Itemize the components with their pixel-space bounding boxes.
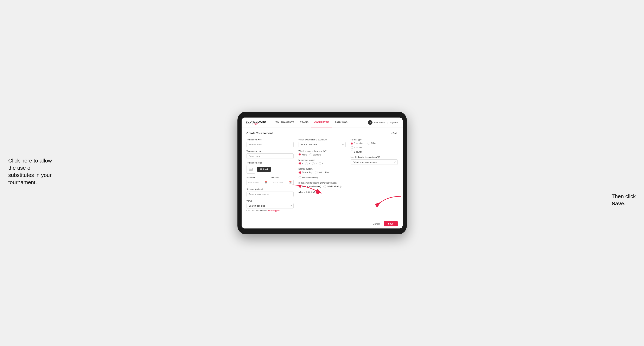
format-row-1: 5 count 4 Other [350,142,398,145]
gender-group: Which gender is the event for? Mens Wome… [298,150,346,156]
tournament-host-label: Tournament Host [246,139,294,141]
rounds-group: Number of rounds 1 2 [298,159,346,165]
gender-label: Which gender is the event for? [298,150,346,152]
gender-womens[interactable]: Womens [310,154,321,156]
scoring-label: Scoring system [298,168,346,170]
calendar-icon: 📅 [264,181,268,184]
email-support-link[interactable]: email support [268,209,280,212]
venue-select[interactable]: Search golf club [246,203,294,208]
svg-rect-2 [249,168,252,171]
rounds-radio-group: 1 2 3 [298,162,346,165]
scoring-match[interactable]: Match Play [315,171,329,174]
gender-womens-radio[interactable] [310,154,312,156]
scoring-radio-group: Stroke Play Match Play Medal Match Play [298,171,346,179]
sponsor-label: Sponsor (optional) [246,188,294,190]
venue-footer: Can't find your venue? email support [246,209,294,212]
format-group: Format type 5 count 4 Other [350,139,398,153]
tournament-host-group: Tournament Host [246,139,294,147]
format-6count4[interactable]: 6 count 4 [350,146,362,149]
division-select[interactable]: NCAA Division I [298,142,346,147]
end-date-label: End date [271,176,294,179]
venue-group: Venue Search golf club Can't find your v… [246,200,294,212]
nav-teams[interactable]: TEAMS [297,118,311,127]
gender-mens-radio[interactable] [298,154,301,156]
left-arrow [290,183,323,196]
logo-upload-row: Upload [246,165,294,173]
logo: SCOREBOARD Powered by clippd [246,120,266,125]
tournament-name-input[interactable] [246,154,294,159]
teams-individuals[interactable]: Individuals Only [323,185,342,188]
tournament-name-label: Tournament name [246,150,294,152]
scoring-stroke[interactable]: Stroke Play [298,171,312,174]
division-label: Which division is the event for? [298,139,346,141]
rounds-3[interactable]: 3 [312,162,317,165]
tournament-host-input[interactable] [246,142,294,147]
format-row-2: 6 count 4 [350,146,398,149]
date-row: Start date Pick a date 📅 End date Pick a… [246,176,294,185]
left-annotation: Click here to allow the use of substitut… [8,157,56,186]
navbar: SCOREBOARD Powered by clippd TOURNAMENTS… [242,118,403,127]
logo-placeholder [246,165,255,173]
rounds-2[interactable]: 2 [305,162,310,165]
nav-rankings[interactable]: RANKINGS [332,118,350,127]
form-col-1: Tournament Host Tournament name Tourname… [246,139,294,215]
rounds-4[interactable]: 4 [318,162,323,165]
format-5count4[interactable]: 5 count 4 [350,142,362,145]
tournament-logo-label: Tournament logo [246,162,294,164]
format-label: Format type [350,139,398,141]
tablet-screen: SCOREBOARD Powered by clippd TOURNAMENTS… [242,118,403,228]
gender-radio-group: Mens Womens [298,154,346,156]
right-arrow [378,194,403,205]
gender-mens[interactable]: Mens [298,154,307,156]
page-header: Create Tournament < Back [246,132,398,135]
nav-tournaments[interactable]: TOURNAMENTS [272,118,297,127]
tablet-frame: SCOREBOARD Powered by clippd TOURNAMENTS… [238,112,407,234]
sponsor-input[interactable] [246,191,294,197]
right-annotation: Then click Save. [612,193,636,207]
save-button[interactable]: Save [384,221,398,226]
back-button[interactable]: < Back [391,132,398,135]
sponsor-group: Sponsor (optional) [246,188,294,197]
start-date-label: Start date [246,176,269,179]
form-grid: Tournament Host Tournament name Tourname… [246,139,398,215]
nav-user: B blair admin | Sign out [368,120,398,125]
format-6count5[interactable]: 6 count 5 [350,151,362,153]
api-label: Use third-party live scoring API? [350,156,398,158]
venue-label: Venue [246,200,294,202]
format-row-3: 6 count 5 [350,151,398,153]
scoring-medal[interactable]: Medal Match Play [298,176,318,179]
logo-scoreboard: SCOREBOARD [246,120,266,123]
nav-items: TOURNAMENTS TEAMS COMMITTEE RANKINGS [272,118,363,127]
format-other[interactable]: Other [368,142,376,145]
cancel-button[interactable]: Cancel [371,221,382,226]
api-group: Use third-party live scoring API? Select… [350,156,398,165]
start-date-group: Start date Pick a date 📅 [246,176,269,185]
page-wrapper: Click here to allow the use of substitut… [8,112,636,234]
api-select[interactable]: Select a scoring service [350,159,398,165]
rounds-label: Number of rounds [298,159,346,161]
rounds-1[interactable]: 1 [298,162,303,165]
page-title: Create Tournament [246,132,273,135]
start-date-input[interactable]: Pick a date 📅 [246,180,269,185]
footer-bar: Cancel Save [242,219,403,228]
division-group: Which division is the event for? NCAA Di… [298,139,346,147]
scoring-group: Scoring system Stroke Play Match Play [298,168,346,179]
format-radio-stack: 5 count 4 Other [350,142,398,153]
tournament-name-group: Tournament name [246,150,294,159]
avatar: B [368,120,372,125]
signout-link[interactable]: Sign out [390,121,398,124]
form-col-2: Which division is the event for? NCAA Di… [298,139,346,215]
nav-committee[interactable]: COMMITTEE [311,118,332,127]
tournament-logo-group: Tournament logo Upload [246,162,294,173]
upload-button[interactable]: Upload [257,167,271,172]
username: blair admin [374,121,385,124]
logo-powered: Powered by clippd [246,123,266,125]
